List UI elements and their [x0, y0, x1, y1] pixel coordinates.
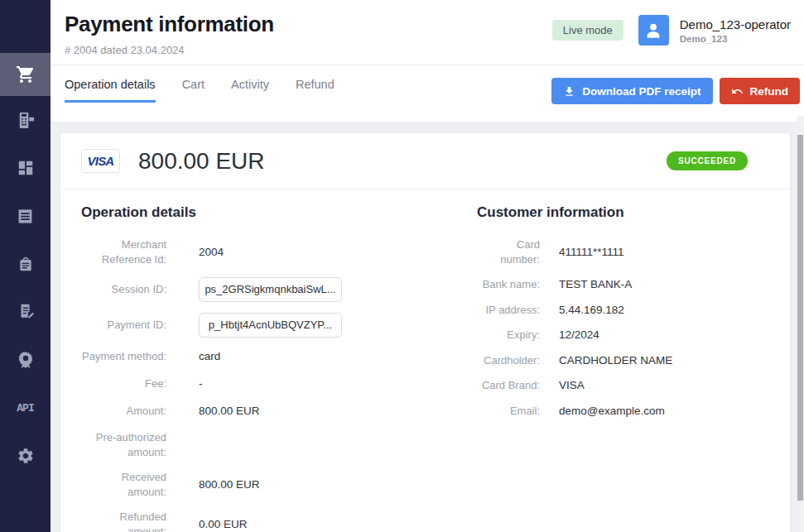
- user-account: Demo_123: [680, 34, 791, 44]
- sidebar-item-settings[interactable]: [0, 432, 51, 480]
- field-label: Received amount:: [81, 470, 166, 499]
- page-title: Payment information: [65, 12, 274, 37]
- tab-cart[interactable]: Cart: [182, 78, 205, 103]
- gear-icon: [17, 447, 35, 465]
- field-value: 800.00 EUR: [199, 477, 477, 492]
- payment-card-header: VISA 800.00 EUR SUCCEEDED: [60, 133, 790, 189]
- download-pdf-button[interactable]: Download PDF receipt: [551, 78, 712, 104]
- field-row-card-brand: Card Brand: VISA: [477, 378, 769, 393]
- customer-information-section: Customer information Card number: 411111…: [477, 204, 769, 532]
- visa-logo: VISA: [81, 149, 120, 173]
- sidebar-item-terminals[interactable]: [0, 96, 51, 144]
- field-row-payment-id: Payment ID: p_Hbtjt4AcnUbBQVZYP...: [81, 313, 477, 338]
- field-row-ip-address: IP address: 5.44.169.182: [477, 303, 769, 318]
- field-label: Amount:: [81, 404, 166, 419]
- tab-operation-details[interactable]: Operation details: [65, 78, 156, 103]
- field-row-session-id: Session ID: ps_2GRSigkmqnkbaiSwL...: [81, 277, 477, 302]
- field-label: Payment method:: [81, 349, 166, 364]
- payment-card: VISA 800.00 EUR SUCCEEDED Operation deta…: [60, 132, 791, 532]
- user-icon: [643, 20, 664, 41]
- field-row-refunded-amount: Refunded amount: 0.00 EUR: [81, 510, 477, 532]
- field-label: Bank name:: [477, 277, 540, 292]
- sidebar-item-products[interactable]: [0, 240, 51, 288]
- field-value: 800.00 EUR: [199, 404, 477, 419]
- api-icon: API: [17, 402, 33, 415]
- field-label: Expiry:: [477, 328, 540, 343]
- field-label: Pre-authorized amount:: [81, 430, 166, 459]
- field-row-fee: Fee: -: [81, 376, 477, 392]
- field-row-amount: Amount: 800.00 EUR: [81, 403, 477, 419]
- field-value: 5.44.169.182: [559, 303, 769, 318]
- tab-activity[interactable]: Activity: [231, 78, 269, 103]
- download-pdf-label: Download PDF receipt: [582, 85, 700, 98]
- field-row-preauthorized-amount: Pre-authorized amount:: [81, 430, 477, 459]
- live-mode-badge: Live mode: [552, 20, 623, 41]
- cart-icon: [16, 65, 36, 84]
- field-row-card-number: Card number: 411111**1111: [477, 237, 769, 266]
- invoice-icon: [17, 303, 35, 321]
- field-row-email: Email: demo@example.com: [477, 404, 769, 419]
- field-label: IP address:: [477, 303, 540, 318]
- tab-refund[interactable]: Refund: [296, 78, 335, 103]
- sidebar-item-invoices[interactable]: [0, 288, 51, 336]
- receipt-icon: [17, 208, 34, 225]
- refund-button[interactable]: Refund: [720, 78, 801, 104]
- field-value: 0.00 EUR: [199, 517, 477, 532]
- field-value: -: [199, 376, 477, 391]
- field-label: Card number:: [477, 237, 540, 266]
- page-subtitle: # 2004 dated 23.04.2024: [65, 44, 274, 56]
- field-row-bank-name: Bank name: TEST BANK-A: [477, 277, 769, 292]
- field-value: demo@example.com: [559, 404, 769, 419]
- content-area: VISA 800.00 EUR SUCCEEDED Operation deta…: [51, 122, 804, 532]
- field-row-expiry: Expiry: 12/2024: [477, 328, 769, 343]
- status-badge: SUCCEEDED: [667, 151, 748, 170]
- scrollbar-thumb[interactable]: [797, 135, 803, 501]
- refund-label: Refund: [750, 85, 789, 98]
- field-label: Session ID:: [81, 282, 166, 297]
- field-value: 12/2024: [559, 328, 769, 343]
- sidebar: API: [0, 0, 51, 532]
- sidebar-item-loyalty[interactable]: [0, 336, 51, 384]
- sidebar-item-reports[interactable]: [0, 192, 51, 240]
- download-icon: [563, 85, 575, 98]
- avatar[interactable]: [638, 15, 669, 46]
- pos-terminal-icon: [16, 111, 35, 130]
- payment-amount: 800.00 EUR: [138, 148, 265, 175]
- section-heading-customer-information: Customer information: [477, 204, 769, 221]
- field-row-cardholder: Cardholder: CARDHOLDER NAME: [477, 353, 769, 368]
- field-value: TEST BANK-A: [559, 277, 769, 292]
- field-value: 411111**1111: [559, 245, 769, 260]
- field-label: Payment ID:: [81, 318, 166, 333]
- field-value: card: [199, 349, 477, 364]
- field-label: Card Brand:: [477, 378, 540, 393]
- field-row-merchant-reference: Merchant Reference Id: 2004: [81, 237, 477, 266]
- field-label: Cardholder:: [477, 353, 540, 368]
- field-row-received-amount: Received amount: 800.00 EUR: [81, 470, 477, 499]
- scrollbar[interactable]: [797, 116, 804, 532]
- dashboard-icon: [17, 159, 35, 177]
- session-id-box[interactable]: ps_2GRSigkmqnkbaiSwL...: [199, 277, 342, 302]
- field-label: Fee:: [81, 376, 166, 391]
- field-value: CARDHOLDER NAME: [559, 353, 769, 368]
- field-label: Merchant Reference Id:: [81, 237, 166, 266]
- field-label: Refunded amount:: [81, 510, 166, 532]
- field-value: VISA: [559, 378, 769, 393]
- app-root: API Payment information # 2004 dated 23.…: [0, 0, 804, 532]
- page-header: Payment information # 2004 dated 23.04.2…: [51, 0, 804, 65]
- field-row-payment-method: Payment method: card: [81, 348, 477, 365]
- sidebar-item-payments[interactable]: [0, 53, 51, 96]
- operation-details-section: Operation details Merchant Reference Id:…: [81, 204, 477, 532]
- section-heading-operation-details: Operation details: [81, 204, 477, 221]
- award-icon: [16, 350, 36, 370]
- field-value: 2004: [199, 245, 477, 260]
- sidebar-item-dashboard[interactable]: [0, 144, 51, 192]
- tab-bar: Operation details Cart Activity Refund D…: [51, 65, 804, 122]
- user-name[interactable]: Demo_123-operator: [680, 17, 791, 31]
- sidebar-item-api[interactable]: API: [0, 384, 51, 432]
- refund-icon: [731, 85, 744, 98]
- payment-id-box[interactable]: p_Hbtjt4AcnUbBQVZYP...: [199, 313, 342, 338]
- sidebar-spacer: [0, 0, 51, 53]
- field-label: Email:: [477, 404, 540, 419]
- bag-icon: [17, 256, 34, 272]
